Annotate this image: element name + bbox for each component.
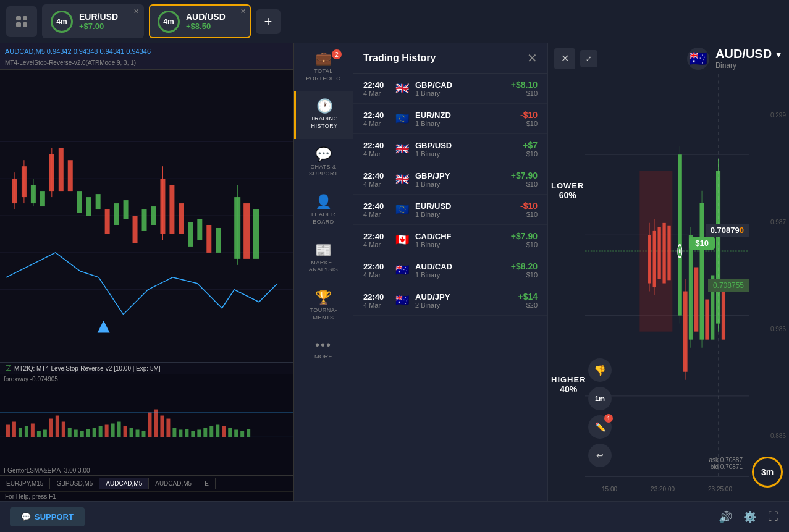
history-item[interactable]: 22:40 4 Mar 🇦🇺 AUD/JPY 2 Binary +$14 $20 [353, 285, 547, 316]
pair-info: CAD/CHF 1 Binary [415, 232, 500, 248]
portfolio-icon: 💼 [315, 52, 332, 65]
svg-rect-38 [6, 425, 10, 437]
ask-bid-info: ask 0.70887 bid 0.70871 [709, 457, 743, 470]
panel-title: Trading History [363, 53, 436, 64]
asset-profit-aud-usd: +$8.50 [186, 22, 226, 31]
svg-rect-19 [105, 209, 110, 234]
chart-tab-gbpusd[interactable]: GBPUSD,M5 [50, 478, 99, 489]
help-text: For Help, press F1 [0, 491, 293, 501]
asset-tab-eur-usd[interactable]: ✕ 4m EUR/USD +$7.00 [42, 4, 144, 38]
dropdown-arrow-icon[interactable]: ▼ [774, 49, 783, 59]
grid-view-button[interactable] [6, 6, 37, 37]
svg-rect-48 [68, 428, 72, 437]
chart-tab-audcad2[interactable]: AUDCAD,M5 [149, 478, 198, 489]
indicator-label: forexway -0.074905 [4, 376, 58, 382]
undo-button[interactable]: ↩ [588, 444, 612, 467]
history-time: 22:40 4 Mar [363, 262, 389, 279]
svg-rect-47 [62, 422, 65, 437]
timer-aud-usd: 4m [158, 11, 180, 33]
time-interval-button[interactable]: 1m [588, 387, 612, 410]
pair-flag: 🇬🇧 [395, 82, 409, 95]
indicator-bottom-label: I-GentorLSMA&EMA -3.00 3.00 [4, 467, 90, 474]
chart-tabs: EURJPY,M15 GBPUSD,M5 AUDCAD,M5 AUDCAD,M5… [0, 475, 293, 491]
asset-tab-aud-usd[interactable]: ✕ 4m AUD/USD +$8.50 [149, 4, 251, 38]
history-item[interactable]: 22:40 4 Mar 🇪🇺 EUR/NZD 1 Binary -$10 $10 [353, 104, 547, 134]
sidebar-item-leaderboard[interactable]: 👤 LEADERBOARD [294, 187, 353, 234]
add-asset-button[interactable]: + [256, 9, 281, 34]
pair-result: +$7.90 $10 [507, 171, 538, 188]
svg-rect-21 [124, 200, 129, 219]
close-aud-usd[interactable]: ✕ [240, 7, 246, 15]
svg-rect-18 [96, 194, 101, 209]
mt2iq-bar: ☑ MT2IQ: MT4-LevelStop-Reverse-v2 [10.00… [0, 362, 293, 374]
pair-flag: 🇬🇧 [395, 142, 409, 156]
history-item[interactable]: 22:40 4 Mar 🇨🇦 CAD/CHF 1 Binary +$7.90 $… [353, 225, 547, 255]
sidebar-item-more[interactable]: ••• MORE [294, 330, 353, 368]
svg-rect-100 [694, 267, 699, 331]
history-item[interactable]: 22:40 4 Mar 🇬🇧 GBP/CAD 1 Binary +$8.10 $… [353, 74, 547, 104]
chart-tab-audcad-active[interactable]: AUDCAD,M5 [99, 478, 149, 489]
svg-rect-60 [142, 431, 146, 437]
countdown-timer: 3m [752, 457, 783, 488]
history-list: 22:40 4 Mar 🇬🇧 GBP/CAD 1 Binary +$8.10 $… [353, 74, 547, 501]
history-item[interactable]: 22:40 4 Mar 🇬🇧 GBP/USD 1 Binary +$7 $10 [353, 134, 547, 164]
svg-rect-35 [243, 203, 250, 259]
sidebar-label-more: MORE [314, 353, 332, 360]
asset-name-right: AUD/USD [715, 47, 772, 61]
chart-tab-eurjpy[interactable]: EURJPY,M15 [0, 478, 50, 489]
svg-rect-16 [77, 191, 82, 213]
trade-bubble: $10 [689, 237, 715, 250]
svg-rect-32 [216, 228, 221, 253]
pair-info: GBP/CAD 1 Binary [415, 80, 500, 97]
svg-rect-77 [247, 429, 250, 437]
sidebar-item-market-analysis[interactable]: 📰 MARKETANALYSIS [294, 235, 353, 282]
history-item[interactable]: 22:40 4 Mar 🇦🇺 AUD/CAD 1 Binary +$8.20 $… [353, 255, 547, 285]
svg-rect-93 [667, 226, 670, 281]
sidebar-label-portfolio: TOTALPORTFOLIO [306, 68, 340, 82]
asset-type-right: Binary [715, 61, 783, 70]
pair-result: -$10 $10 [507, 201, 538, 218]
sidebar-item-trading-history[interactable]: 🕐 TRADINGHISTORY [294, 91, 353, 138]
svg-rect-65 [172, 428, 176, 437]
volume-icon[interactable]: 🔊 [719, 510, 732, 524]
sidebar-item-chats-support[interactable]: 💬 CHATS &SUPPORT [294, 139, 353, 187]
close-eur-usd[interactable]: ✕ [133, 7, 139, 15]
svg-rect-41 [25, 426, 28, 437]
settings-icon[interactable]: ⚙️ [743, 510, 757, 524]
svg-rect-72 [216, 425, 219, 437]
higher-label[interactable]: HIGHER 40% [551, 375, 586, 394]
svg-rect-31 [206, 225, 211, 253]
close-right-button[interactable]: ✕ [554, 48, 575, 69]
chart-tab-e[interactable]: E [198, 478, 216, 489]
collapse-right-button[interactable]: ⤢ [580, 50, 597, 67]
svg-rect-92 [662, 223, 665, 284]
svg-rect-61 [148, 413, 151, 437]
sidebar-item-total-portfolio[interactable]: 💼 2 TOTALPORTFOLIO [294, 43, 353, 91]
history-item[interactable]: 22:40 4 Mar 🇪🇺 EUR/USD 1 Binary -$10 $10 [353, 195, 547, 225]
sidebar-label-market-analysis: MARKETANALYSIS [309, 260, 338, 274]
history-time: 22:40 4 Mar [363, 232, 389, 248]
history-time: 22:40 4 Mar [363, 141, 389, 158]
sidebar-item-tournaments[interactable]: 🏆 TOURNA-MENTS [294, 282, 353, 330]
pair-result: +$8.10 $10 [507, 80, 538, 97]
pair-result: +$14 $20 [507, 292, 538, 309]
pair-flag: 🇦🇺 [395, 293, 409, 307]
history-time: 22:40 4 Mar [363, 201, 389, 218]
fullscreen-icon[interactable]: ⛶ [768, 510, 779, 523]
lower-label[interactable]: LOWER 60% [551, 181, 584, 200]
edit-button[interactable]: ✏️ 1 [588, 415, 612, 439]
thumbs-down-button[interactable]: 👎 [588, 358, 612, 382]
more-icon: ••• [315, 339, 332, 351]
svg-rect-107 [722, 292, 725, 340]
close-panel-button[interactable]: ✕ [527, 52, 538, 64]
svg-rect-17 [86, 197, 91, 216]
svg-rect-23 [142, 209, 147, 231]
sidebar-badge-portfolio: 2 [332, 49, 342, 59]
svg-rect-14 [59, 148, 64, 191]
svg-rect-91 [657, 227, 660, 279]
support-button[interactable]: 💬 SUPPORT [10, 507, 85, 526]
svg-rect-44 [43, 429, 47, 437]
history-item[interactable]: 22:40 4 Mar 🇬🇧 GBP/JPY 1 Binary +$7.90 $… [353, 164, 547, 195]
asset-name-eur-usd: EUR/USD [79, 12, 118, 22]
indicator-chart [0, 374, 293, 475]
